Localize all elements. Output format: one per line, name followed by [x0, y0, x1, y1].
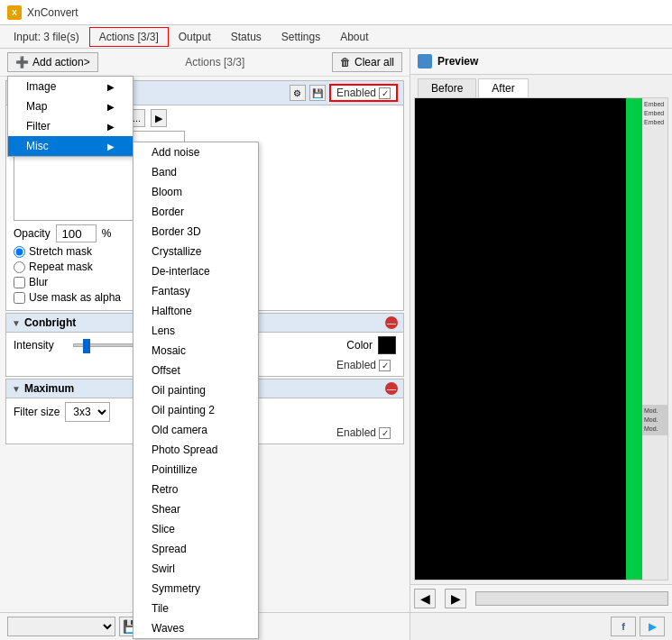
bottom-select[interactable]: [7, 617, 115, 636]
preview-title: Preview: [437, 55, 478, 68]
blur-checkbox[interactable]: [14, 277, 25, 288]
intensity-label: Intensity: [14, 339, 68, 352]
submenu-item-offset[interactable]: Offset: [133, 361, 258, 380]
action-block-controls-add-mask: ⚙ 💾 Enabled ✓: [290, 84, 398, 102]
filter-size-select[interactable]: 3x3: [65, 402, 110, 422]
submenu-item-shear[interactable]: Shear: [133, 499, 258, 519]
menu-item-settings[interactable]: Settings: [272, 27, 330, 47]
preview-forward-btn[interactable]: ▶: [445, 589, 466, 608]
menu-item-status[interactable]: Status: [221, 27, 272, 47]
menu-item-about[interactable]: About: [330, 27, 378, 47]
enabled-label-maximum: Enabled: [336, 426, 376, 439]
social-buttons: f ▶: [410, 612, 672, 640]
repeat-mask-radio[interactable]: [14, 261, 25, 273]
twitter-btn[interactable]: ▶: [640, 617, 665, 636]
submenu-item-oil-painting[interactable]: Oil painting: [133, 380, 258, 400]
menu-item-output[interactable]: Output: [169, 27, 221, 47]
tab-before[interactable]: Before: [418, 78, 476, 97]
enabled-label-conbright: Enabled: [336, 359, 376, 371]
submenu-item-slice[interactable]: Slice: [133, 519, 258, 539]
main-container: ➕ Add action> Image ▶ Map ▶ Filter ▶: [0, 49, 672, 640]
opacity-input[interactable]: [56, 224, 97, 242]
submenu-item-photo-spread[interactable]: Photo Spread: [133, 440, 258, 460]
enabled-checkbox-maximum[interactable]: ✓: [379, 427, 391, 439]
preview-header: Preview: [410, 49, 672, 75]
minus-btn-conbright[interactable]: —: [385, 316, 398, 329]
add-action-container: ➕ Add action> Image ▶ Map ▶ Filter ▶: [7, 52, 98, 72]
use-as-alpha-label: Use mask as alpha: [29, 291, 121, 304]
use-as-alpha-checkbox[interactable]: [14, 292, 25, 304]
submenu-item-border3d[interactable]: Border 3D: [133, 222, 258, 242]
chevron-down-icon: ▼: [12, 318, 21, 328]
enabled-badge-maximum[interactable]: Enabled ✓: [331, 425, 396, 440]
title-bar: X XnConvert: [0, 0, 672, 25]
left-panel: ➕ Add action> Image ▶ Map ▶ Filter ▶: [0, 49, 410, 640]
preview-green-bar: [626, 98, 642, 580]
conbright-minus: —: [385, 316, 398, 329]
intensity-slider-thumb[interactable]: [83, 339, 90, 353]
add-action-button[interactable]: ➕ Add action>: [7, 52, 98, 72]
mask-play-btn[interactable]: ▶: [151, 109, 167, 127]
submenu-item-oil-painting2[interactable]: Oil painting 2: [133, 400, 258, 420]
submenu-item-halftone[interactable]: Halftone: [133, 301, 258, 321]
enabled-badge-add-mask[interactable]: Enabled ✓: [329, 84, 398, 102]
submenu-item-tile[interactable]: Tile: [133, 599, 258, 618]
facebook-btn[interactable]: f: [611, 617, 636, 636]
action-save-btn[interactable]: 💾: [309, 85, 326, 101]
submenu-item-border[interactable]: Border: [133, 202, 258, 222]
minus-btn-maximum[interactable]: —: [385, 382, 398, 395]
enabled-badge-conbright[interactable]: Enabled ✓: [331, 358, 396, 372]
submenu-item-fantasy[interactable]: Fantasy: [133, 281, 258, 301]
submenu-item-deinterlace[interactable]: De-interlace: [133, 261, 258, 281]
submenu-item-band[interactable]: Band: [133, 162, 258, 182]
submenu-item-mosaic[interactable]: Mosaic: [133, 341, 258, 361]
enabled-label-add-mask: Enabled: [336, 87, 376, 99]
color-label: Color: [346, 339, 373, 352]
submenu-item-pointillize[interactable]: Pointillize: [133, 460, 258, 480]
stretch-mask-label: Stretch mask: [29, 245, 92, 258]
action-settings-btn[interactable]: ⚙: [290, 85, 306, 101]
preview-tabs-container: Before After: [410, 75, 672, 97]
dropdown-item-misc[interactable]: Misc ▶: [8, 136, 133, 156]
submenu-item-swirl[interactable]: Swirl: [133, 559, 258, 579]
submenu-item-old-camera[interactable]: Old camera: [133, 420, 258, 440]
maximum-minus: —: [385, 382, 398, 395]
submenu-item-spread[interactable]: Spread: [133, 539, 258, 559]
submenu-item-lens[interactable]: Lens: [133, 321, 258, 341]
color-swatch[interactable]: [378, 336, 396, 354]
arrow-right-icon: ▶: [107, 102, 115, 112]
enabled-checkbox-conbright[interactable]: ✓: [379, 360, 391, 371]
add-action-dropdown: Image ▶ Map ▶ Filter ▶ Misc ▶: [7, 76, 133, 157]
arrow-right-icon: ▶: [107, 142, 115, 151]
clear-all-button[interactable]: 🗑 Clear all: [332, 52, 402, 72]
misc-submenu: Add noise Band Bloom Border Border 3D Cr…: [133, 142, 259, 639]
add-action-label: Add action>: [32, 56, 90, 69]
twitter-icon: ▶: [649, 621, 656, 633]
opacity-label: Opacity: [14, 227, 51, 240]
submenu-item-crystallize[interactable]: Crystallize: [133, 242, 258, 261]
actions-toolbar: ➕ Add action> Image ▶ Map ▶ Filter ▶: [0, 49, 410, 77]
repeat-mask-label: Repeat mask: [29, 261, 93, 273]
submenu-item-waves[interactable]: Waves: [133, 618, 258, 638]
clear-all-label: Clear all: [354, 56, 394, 69]
opacity-percent: %: [102, 227, 112, 240]
preview-image: EmbedEmbedEmbed Mod.Mod.Mod.: [415, 98, 667, 580]
submenu-item-symmetry[interactable]: Symmetry: [133, 579, 258, 599]
dropdown-item-image[interactable]: Image ▶: [8, 77, 133, 96]
tab-after[interactable]: After: [478, 78, 528, 97]
dropdown-item-map[interactable]: Map ▶: [8, 96, 133, 116]
menu-item-actions[interactable]: Actions [3/3]: [89, 27, 169, 47]
chevron-down-icon: ▼: [12, 384, 21, 394]
submenu-item-retro[interactable]: Retro: [133, 480, 258, 499]
submenu-item-bloom[interactable]: Bloom: [133, 182, 258, 202]
preview-icon: [418, 54, 432, 69]
preview-scrollbar[interactable]: [475, 591, 668, 606]
enabled-checkbox-add-mask[interactable]: ✓: [379, 87, 391, 99]
menu-item-input[interactable]: Input: 3 file(s): [4, 27, 89, 47]
stretch-mask-radio[interactable]: [14, 246, 25, 258]
filter-size-label: Filter size: [14, 406, 60, 418]
dropdown-item-filter[interactable]: Filter ▶: [8, 116, 133, 136]
preview-back-btn[interactable]: ◀: [414, 589, 436, 608]
submenu-item-add-noise[interactable]: Add noise: [133, 142, 258, 162]
right-panel: Preview Before After EmbedEmbedEmbed Mod…: [410, 49, 672, 640]
